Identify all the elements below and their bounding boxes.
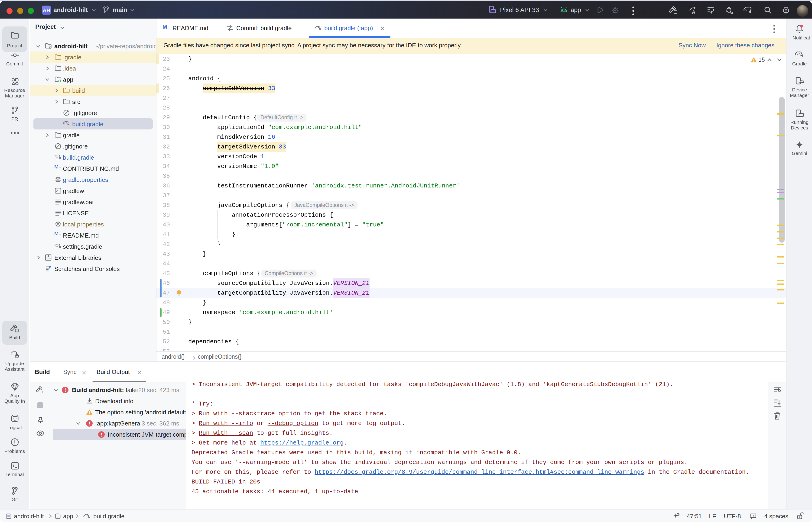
svg-text:A: A (692, 9, 695, 15)
